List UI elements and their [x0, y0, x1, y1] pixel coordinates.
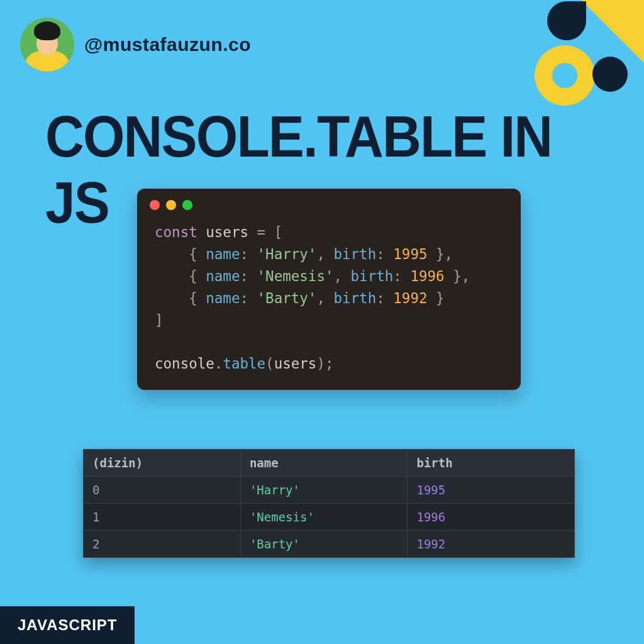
output-table: (dizin) name birth 0 'Harry' 1995 1 'Nem… [83, 449, 575, 558]
colon: : [240, 268, 257, 284]
colon: : [240, 246, 257, 262]
prop-birth: birth [333, 246, 376, 262]
keyword-const: const [155, 224, 197, 240]
console-object: console [155, 355, 214, 372]
prop-name: name [206, 290, 240, 306]
column-header-index: (dizin) [84, 450, 241, 477]
colon: : [393, 268, 410, 284]
code-block: const users = [ { name: 'Harry', birth: … [137, 218, 521, 379]
column-header-name: name [240, 450, 408, 477]
identifier-users: users [206, 224, 248, 240]
cell-index: 1 [84, 504, 241, 531]
maximize-icon [182, 200, 192, 210]
row-open: { [155, 290, 206, 306]
paren-close: ) [316, 355, 325, 372]
colon: : [240, 290, 257, 306]
number-literal: 1996 [410, 268, 444, 284]
prop-name: name [206, 268, 240, 284]
prop-birth: birth [333, 290, 376, 306]
triangle-shape [581, 0, 644, 63]
colon: : [376, 246, 393, 262]
prop-name: name [206, 246, 240, 262]
window-traffic-lights [137, 189, 521, 218]
cell-name: 'Barty' [240, 531, 408, 558]
string-literal: 'Harry' [257, 246, 317, 262]
arg-users: users [274, 355, 317, 372]
console-output-table: (dizin) name birth 0 'Harry' 1995 1 'Nem… [83, 449, 575, 558]
drop-shape [547, 1, 586, 40]
footer-tag: JAVASCRIPT [0, 606, 135, 644]
cell-birth: 1992 [408, 531, 575, 558]
paren-open: ( [265, 355, 274, 372]
table-row: 0 'Harry' 1995 [84, 477, 575, 504]
code-window: const users = [ { name: 'Harry', birth: … [137, 189, 521, 390]
close-icon [150, 200, 160, 210]
ring-shape [535, 45, 595, 106]
table-method: table [223, 355, 265, 372]
table-header-row: (dizin) name birth [84, 450, 575, 477]
comma: , [333, 268, 350, 284]
close-bracket: ] [155, 312, 164, 328]
cell-name: 'Harry' [240, 477, 408, 504]
author-handle: @mustafauzun.co [84, 34, 251, 55]
table-row: 1 'Nemesis' 1996 [84, 504, 575, 531]
dot-shape [592, 57, 628, 92]
cell-index: 0 [84, 477, 241, 504]
cell-birth: 1996 [408, 504, 575, 531]
number-literal: 1992 [393, 290, 427, 306]
row-open: { [155, 268, 206, 284]
dot: . [214, 355, 223, 372]
cell-index: 2 [84, 531, 241, 558]
cell-name: 'Nemesis' [240, 504, 408, 531]
equals-open-bracket: = [ [248, 224, 282, 240]
string-literal: 'Barty' [257, 290, 317, 306]
cell-birth: 1995 [408, 477, 575, 504]
semicolon: ; [325, 355, 334, 372]
row-close: }, [428, 246, 453, 262]
string-literal: 'Nemesis' [257, 268, 334, 284]
comma: , [316, 290, 333, 306]
decorative-shapes [518, 0, 644, 113]
number-literal: 1995 [393, 246, 427, 262]
row-close: } [428, 290, 445, 306]
minimize-icon [166, 200, 176, 210]
avatar [20, 18, 74, 72]
colon: : [376, 290, 393, 306]
row-open: { [155, 246, 206, 262]
prop-birth: birth [351, 268, 394, 284]
comma: , [316, 246, 333, 262]
header: @mustafauzun.co [20, 18, 251, 72]
row-close: }, [445, 268, 470, 284]
column-header-birth: birth [408, 450, 575, 477]
table-row: 2 'Barty' 1992 [84, 531, 575, 558]
